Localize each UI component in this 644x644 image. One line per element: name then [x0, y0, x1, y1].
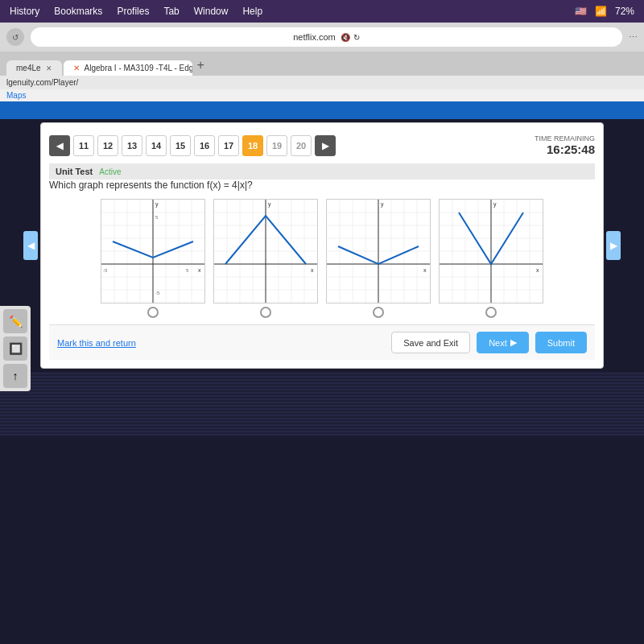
url-bar-row: lgenuity.com/Player/: [0, 76, 644, 89]
next-button[interactable]: Next ▶: [477, 332, 529, 353]
prev-question-btn[interactable]: ◀: [49, 135, 70, 156]
svg-text:5: 5: [155, 215, 159, 220]
svg-text:5: 5: [186, 268, 189, 273]
save-exit-button[interactable]: Save and Exit: [391, 332, 470, 353]
svg-text:x: x: [423, 267, 427, 273]
next-arrow-icon: ▶: [510, 337, 517, 348]
q-btn-16[interactable]: 16: [194, 135, 215, 156]
menu-bookmarks[interactable]: Bookmarks: [54, 6, 102, 17]
q-btn-12[interactable]: 12: [97, 135, 118, 156]
time-display: TIME REMAINING 16:25:48: [535, 134, 595, 157]
tabs-bar: me4Le ✕ ✕ Algebra I - MA3109 -T4L - Edg …: [0, 52, 644, 76]
graphs-container: x y -5 5 5 -5: [49, 199, 595, 318]
q-btn-13[interactable]: 13: [122, 135, 142, 156]
browser-right: ⋯: [629, 32, 638, 43]
sidebar-icons: ✏️ 🔲 ↑: [0, 306, 31, 391]
more-icon[interactable]: ⋯: [629, 32, 638, 43]
radio-a[interactable]: [147, 307, 159, 318]
url-path: lgenuity.com/Player/: [6, 78, 78, 87]
q-btn-17[interactable]: 17: [218, 135, 239, 156]
mark-return-link[interactable]: Mark this and return: [57, 338, 136, 348]
flag-icon: 🇺🇸: [575, 6, 587, 17]
bottom-bar: Mark this and return Save and Exit Next …: [49, 324, 595, 360]
wifi-percent: 72%: [615, 6, 634, 17]
unit-test-header: Unit Test Active: [49, 163, 595, 180]
bookmarks-bar: Maps: [0, 89, 644, 101]
question-text: Which graph represents the function f(x)…: [49, 180, 595, 191]
graph-b-svg: x y: [213, 199, 318, 303]
content-area: ✏️ 🔲 ↑ ◀ ▶ ◀ 11 12 13 14 15 16 17 18 19 …: [0, 122, 644, 369]
tab-algebra-favicon: ✕: [73, 64, 80, 72]
menu-help[interactable]: Help: [242, 6, 262, 17]
svg-text:y: y: [493, 201, 497, 208]
graph-option-d[interactable]: x y: [439, 199, 543, 318]
tab-me4le-label: me4Le: [16, 64, 41, 72]
q-btn-11[interactable]: 11: [73, 135, 94, 156]
svg-text:x: x: [536, 267, 539, 273]
q-btn-18[interactable]: 18: [242, 135, 263, 156]
audio-icon: 🔇: [341, 33, 350, 42]
q-btn-19[interactable]: 19: [266, 135, 287, 156]
menu-right: 🇺🇸 📶 72%: [575, 6, 634, 17]
question-nav: ◀ 11 12 13 14 15 16 17 18 19 20 ▶ TIME R…: [49, 131, 595, 163]
q-btn-15[interactable]: 15: [170, 135, 191, 156]
graph-option-b[interactable]: x y: [213, 199, 318, 318]
back-button[interactable]: ↺: [6, 28, 24, 46]
svg-text:-5: -5: [103, 268, 108, 273]
screen-distortion: [0, 372, 644, 436]
tab-algebra-label: Algebra I - MA3109 -T4L - Edg: [85, 64, 192, 72]
refresh-icon: ↻: [353, 33, 360, 42]
svg-text:y: y: [268, 201, 271, 208]
browser-chrome: ↺ netflix.com 🔇 ↻ ⋯: [0, 23, 644, 52]
submit-button[interactable]: Submit: [535, 332, 587, 353]
left-arrow[interactable]: ◀: [23, 231, 38, 260]
blue-banner: [0, 101, 644, 119]
graph-option-a[interactable]: x y -5 5 5 -5: [101, 199, 205, 318]
next-question-btn[interactable]: ▶: [315, 135, 336, 156]
right-arrow[interactable]: ▶: [606, 231, 621, 260]
time-label: TIME REMAINING: [535, 134, 595, 142]
question-wrapper: ◀ ▶ ◀ 11 12 13 14 15 16 17 18 19 20 ▶ TI…: [40, 122, 604, 369]
url-text: netflix.com: [293, 32, 336, 42]
svg-text:y: y: [155, 201, 159, 208]
menu-profiles[interactable]: Profiles: [117, 6, 149, 17]
menu-history[interactable]: History: [10, 6, 39, 17]
graph-c-svg: x y: [326, 199, 431, 303]
unit-test-label: Unit Test: [56, 167, 93, 176]
radio-b[interactable]: [260, 307, 271, 318]
svg-text:x: x: [311, 267, 314, 273]
svg-text:-5: -5: [155, 291, 160, 295]
svg-text:x: x: [198, 267, 201, 273]
radio-d[interactable]: [485, 307, 497, 318]
bookmark-maps[interactable]: Maps: [6, 91, 26, 100]
svg-text:y: y: [381, 201, 384, 208]
question-numbers: ◀ 11 12 13 14 15 16 17 18 19 20 ▶: [49, 135, 336, 156]
graph-a-svg: x y -5 5 5 -5: [101, 199, 205, 303]
tab-algebra[interactable]: ✕ Algebra I - MA3109 -T4L - Edg ✕: [64, 60, 192, 76]
menu-tab[interactable]: Tab: [163, 6, 179, 17]
menu-bar: History Bookmarks Profiles Tab Window He…: [0, 0, 644, 23]
action-buttons: Save and Exit Next ▶ Submit: [391, 332, 587, 353]
new-tab-button[interactable]: +: [194, 55, 208, 76]
calculator-icon[interactable]: 🔲: [3, 336, 27, 361]
q-btn-20[interactable]: 20: [291, 135, 312, 156]
tab-me4le[interactable]: me4Le ✕: [6, 60, 62, 76]
active-status: Active: [99, 167, 121, 176]
graph-option-c[interactable]: x y: [326, 199, 431, 318]
address-bar[interactable]: netflix.com 🔇 ↻: [31, 27, 622, 47]
wifi-icon: 📶: [595, 6, 607, 17]
time-value: 16:25:48: [547, 142, 595, 156]
menu-window[interactable]: Window: [194, 6, 229, 17]
radio-c[interactable]: [373, 307, 384, 318]
tab-me4le-close[interactable]: ✕: [46, 64, 52, 72]
pencil-icon[interactable]: ✏️: [3, 309, 27, 333]
q-btn-14[interactable]: 14: [146, 135, 167, 156]
graph-d-svg: x y: [439, 199, 543, 303]
arrow-up-icon[interactable]: ↑: [3, 364, 27, 388]
